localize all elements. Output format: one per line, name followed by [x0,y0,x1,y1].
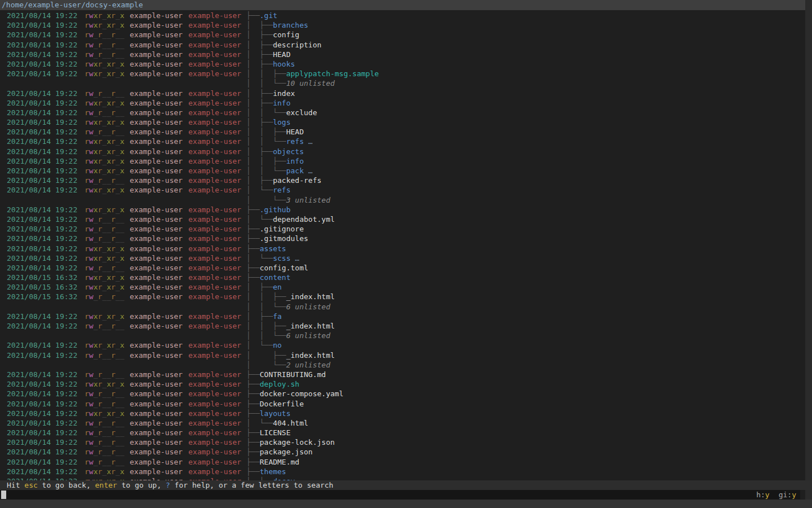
modified-date: 2021/08/14 19:22 [7,30,77,40]
tree-row[interactable]: │ │ └──6 unlisted [0,302,805,312]
tree-row[interactable]: 2021/08/14 19:22rw_r__r__example-userexa… [0,399,805,409]
tree-row[interactable]: 2021/08/15 16:32rw_r__r__example-userexa… [0,292,805,301]
owner: example-user [130,312,183,321]
help-link[interactable]: ? [166,481,170,489]
tree-row[interactable]: 2021/08/14 19:22rw_r__r__example-userexa… [0,457,805,467]
tree-branch-lines: │ │ ├── [246,292,286,301]
tree-entry: ├──themes [246,467,286,476]
owner: example-user [130,108,183,117]
tree-branch-lines: │ └── [246,215,273,224]
permissions: rwxr_xr_x [85,467,124,476]
tree-row[interactable]: │ └──3 unlisted [0,195,805,205]
permissions: rwxr_xr_x [85,205,124,214]
tree-entry: │ └──scss … [246,253,299,263]
modified-date: 2021/08/14 19:22 [7,428,77,437]
tree-row[interactable]: 2021/08/14 19:22rw_r__r__example-userexa… [0,30,805,40]
tree-row[interactable]: 2021/08/14 19:22rwxr_xr_xexample-userexa… [0,98,805,108]
tree-row[interactable]: 2021/08/14 19:22rw_r__r__example-userexa… [0,447,805,457]
modified-date: 2021/08/14 19:22 [7,59,77,69]
tree-row[interactable]: 2021/08/14 19:22rw_r__r__example-userexa… [0,418,805,428]
permissions: rw_r__r__ [85,437,124,447]
tree-row[interactable]: 2021/08/14 19:22rwxr_xr_xexample-userexa… [0,253,805,263]
tree-row[interactable]: 2021/08/14 19:22rw_r__r__example-userexa… [0,108,805,117]
permissions: rw_r__r__ [85,263,124,273]
tree-entry: │ ├──objects [246,147,304,156]
flag-label: gi: [779,491,792,499]
tree-branch-lines: ├── [246,400,259,408]
tree-row[interactable]: │ │ └──6 unlisted [0,331,805,340]
entry-name: 6 unlisted [286,303,330,311]
entry-name: Dockerfile [259,400,303,408]
tree-row[interactable]: 2021/08/14 19:22rwxr_xr_xexample-userexa… [0,409,805,418]
group: example-user [188,214,241,224]
modified-date: 2021/08/14 19:22 [7,351,77,360]
tree-row[interactable]: 2021/08/14 19:22rw_r__r__example-userexa… [0,351,805,360]
tree-row[interactable]: 2021/08/14 19:22rw_r__r__example-userexa… [0,321,805,331]
tree-row[interactable]: 2021/08/14 19:22rwxr_xr_xexample-userexa… [0,137,805,146]
tree-row[interactable]: 2021/08/14 19:22rwxr_xr_xexample-userexa… [0,476,805,480]
tree-row[interactable]: 2021/08/14 19:22rw_r__r__example-userexa… [0,263,805,273]
entry-name: deploy.sh [259,380,299,388]
owner: example-user [130,399,183,409]
tree-row[interactable]: 2021/08/14 19:22rwxr_xr_xexample-userexa… [0,20,805,30]
entry-name: hooks [273,60,295,68]
tree-row[interactable]: 2021/08/14 19:22rw_r__r__example-userexa… [0,428,805,437]
owner: example-user [130,351,183,360]
owner: example-user [130,428,183,437]
tree-row[interactable]: 2021/08/14 19:22rw_r__r__example-userexa… [0,370,805,379]
tree-entry: ├──config.toml [246,263,308,273]
tree-row[interactable]: 2021/08/14 19:22rw_r__r__example-userexa… [0,437,805,447]
tree-row[interactable]: 2021/08/15 16:32rwxr_xr_xexample-userexa… [0,282,805,292]
tree-row[interactable]: 2021/08/14 19:22rwxr_xr_xexample-userexa… [0,156,805,166]
tree-row[interactable]: 2021/08/14 19:22rwxr_xr_xexample-userexa… [0,185,805,195]
tree-row[interactable]: 2021/08/14 19:22rwxr_xr_xexample-userexa… [0,69,805,78]
modified-date: 2021/08/14 19:22 [7,370,77,379]
tree-row[interactable]: 2021/08/14 19:22rwxr_xr_xexample-userexa… [0,11,805,20]
tree-row[interactable]: 2021/08/14 19:22rwxr_xr_xexample-userexa… [0,147,805,156]
owner: example-user [130,156,183,166]
tree-row[interactable]: 2021/08/14 19:22rw_r__r__example-userexa… [0,224,805,234]
entry-name: _index.html [286,292,334,301]
tree-row[interactable]: 2021/08/14 19:22rw_r__r__example-userexa… [0,40,805,50]
tree-row[interactable]: 2021/08/14 19:22rwxr_xr_xexample-userexa… [0,379,805,389]
modified-date: 2021/08/14 19:22 [7,137,77,146]
tree-branch-lines: │ │ ├── [246,157,286,165]
tree-row[interactable]: 2021/08/14 19:22rwxr_xr_xexample-userexa… [0,117,805,127]
tree-row[interactable]: 2021/08/14 19:22rwxr_xr_xexample-userexa… [0,340,805,350]
text-cursor [1,491,6,499]
modified-date: 2021/08/14 19:22 [7,244,77,253]
tree-row[interactable]: 2021/08/14 19:22rw_r__r__example-userexa… [0,389,805,398]
key-hint: esc [24,481,37,489]
tree-entry: │ │ └──10 unlisted [246,78,335,88]
tree-row[interactable]: 2021/08/14 19:22rwxr_xr_xexample-userexa… [0,312,805,321]
tree-row[interactable]: │ └──2 unlisted [0,360,805,370]
tree-row[interactable]: 2021/08/14 19:22rwxr_xr_xexample-userexa… [0,244,805,253]
group: example-user [188,89,241,98]
group: example-user [188,11,241,20]
tree-row[interactable]: 2021/08/14 19:22rw_r__r__example-userexa… [0,50,805,59]
tree-row[interactable]: 2021/08/14 19:22rw_r__r__example-userexa… [0,214,805,224]
tree-row[interactable]: 2021/08/14 19:22rwxr_xr_xexample-userexa… [0,166,805,176]
tree-row[interactable]: 2021/08/14 19:22rwxr_xr_xexample-userexa… [0,59,805,69]
owner: example-user [130,263,183,273]
tree-row[interactable]: 2021/08/14 19:22rw_r__r__example-userexa… [0,176,805,185]
owner: example-user [130,224,183,234]
tree-row[interactable]: │ │ └──10 unlisted [0,78,805,88]
tree-entry: │ ├──branches [246,20,308,30]
entry-name: themes [259,467,286,476]
tree-entry: │ │ ├──_index.html [246,292,335,301]
scrollbar-track[interactable] [805,0,812,508]
file-tree-panel: 2021/08/14 19:22rwxr_xr_xexample-userexa… [0,11,805,480]
tree-branch-lines: │ └── [246,196,286,204]
owner: example-user [130,457,183,467]
search-input[interactable]: h:ygi:y [0,490,800,500]
owner: example-user [130,234,183,243]
permissions: rw_r__r__ [85,457,124,467]
permissions: rwxr_xr_x [85,409,124,418]
tree-row[interactable]: 2021/08/14 19:22rw_r__r__example-userexa… [0,234,805,243]
tree-row[interactable]: 2021/08/14 19:22rwxr_xr_xexample-userexa… [0,467,805,476]
tree-row[interactable]: 2021/08/14 19:22rw_r__r__example-userexa… [0,127,805,137]
tree-row[interactable]: 2021/08/14 19:22rwxr_xr_xexample-userexa… [0,205,805,214]
tree-row[interactable]: 2021/08/14 19:22rw_r__r__example-userexa… [0,89,805,98]
tree-row[interactable]: 2021/08/15 16:32rwxr_xr_xexample-userexa… [0,273,805,282]
